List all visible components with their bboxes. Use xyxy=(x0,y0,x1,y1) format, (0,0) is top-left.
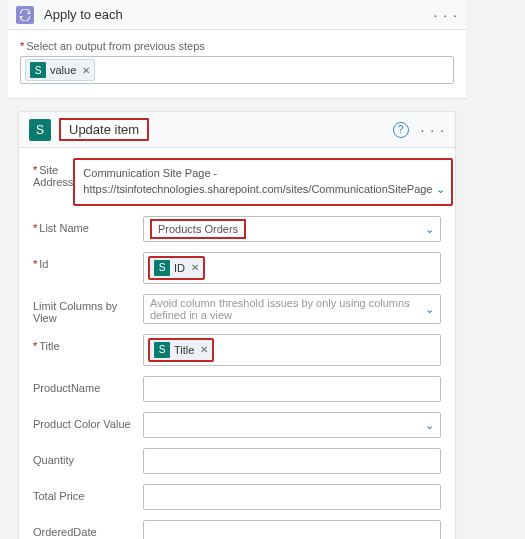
quantity-input[interactable] xyxy=(143,448,441,474)
token-value[interactable]: S value ✕ xyxy=(25,59,95,81)
list-name-label: List Name xyxy=(33,216,143,234)
ordered-date-label: OrderedDate xyxy=(33,520,143,538)
update-item-form: Site Address Communication Site Page - h… xyxy=(19,148,455,539)
productname-label: ProductName xyxy=(33,376,143,394)
sharepoint-icon: S xyxy=(154,342,170,358)
productname-input[interactable] xyxy=(143,376,441,402)
ordered-date-input[interactable] xyxy=(143,520,441,539)
id-input[interactable]: S ID ✕ xyxy=(143,252,441,284)
title-label: Title xyxy=(33,334,143,352)
sharepoint-icon: S xyxy=(30,62,46,78)
title-input[interactable]: S Title ✕ xyxy=(143,334,441,366)
update-item-title: Update item xyxy=(59,118,149,141)
close-icon[interactable]: ✕ xyxy=(82,65,90,76)
total-price-label: Total Price xyxy=(33,484,143,502)
site-address-input[interactable]: Communication Site Page - https://tsinfo… xyxy=(73,158,452,206)
id-label: Id xyxy=(33,252,143,270)
update-item-more-button[interactable]: · · · xyxy=(421,122,445,138)
limit-columns-input[interactable]: Avoid column threshold issues by only us… xyxy=(143,294,441,324)
close-icon[interactable]: ✕ xyxy=(200,344,208,355)
product-color-label: Product Color Value xyxy=(33,412,143,430)
total-price-input[interactable] xyxy=(143,484,441,510)
sharepoint-icon: S xyxy=(154,260,170,276)
product-color-input[interactable]: ⌄ xyxy=(143,412,441,438)
info-icon[interactable]: ? xyxy=(393,122,409,138)
apply-to-each-title: Apply to each xyxy=(44,7,123,22)
previous-output-input[interactable]: S value ✕ xyxy=(20,56,454,84)
loop-icon xyxy=(16,6,34,24)
apply-to-each-body: Select an output from previous steps S v… xyxy=(8,30,466,99)
chevron-down-icon[interactable]: ⌄ xyxy=(425,418,434,431)
token-title[interactable]: S Title ✕ xyxy=(148,338,214,362)
token-id[interactable]: S ID ✕ xyxy=(148,256,205,280)
apply-to-each-header[interactable]: Apply to each · · · xyxy=(8,0,466,30)
chevron-down-icon[interactable]: ⌄ xyxy=(425,222,434,235)
previous-output-label: Select an output from previous steps xyxy=(20,40,454,52)
update-item-header[interactable]: S Update item ? · · · xyxy=(19,112,455,148)
limit-columns-label: Limit Columns by View xyxy=(33,294,143,324)
update-item-card: S Update item ? · · · Site Address Commu… xyxy=(18,111,456,539)
chevron-down-icon[interactable]: ⌄ xyxy=(436,182,445,198)
list-name-input[interactable]: Products Orders ⌄ xyxy=(143,216,441,242)
chevron-down-icon[interactable]: ⌄ xyxy=(425,302,434,315)
close-icon[interactable]: ✕ xyxy=(191,262,199,273)
apply-to-each-more-button[interactable]: · · · xyxy=(434,7,458,23)
sharepoint-icon: S xyxy=(29,119,51,141)
quantity-label: Quantity xyxy=(33,448,143,466)
site-address-label: Site Address xyxy=(33,158,73,188)
